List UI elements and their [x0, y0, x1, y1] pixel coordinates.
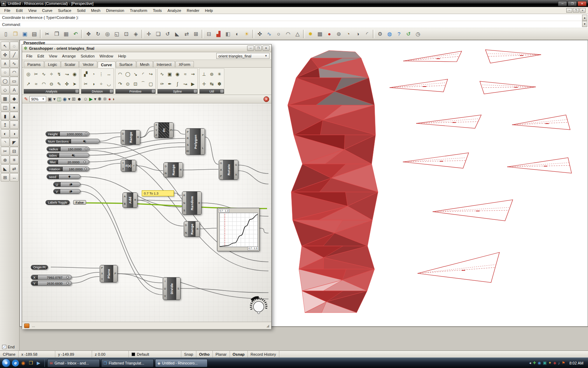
gh-tool-icon[interactable]: ✧	[48, 70, 55, 77]
slider-fillet[interactable]: fillet20.0000	[47, 159, 89, 164]
explode-tool-icon[interactable]: ✳	[10, 156, 19, 164]
tab-vector[interactable]: Vector	[79, 61, 97, 67]
resize-grip-icon[interactable]: ◢	[266, 324, 269, 328]
zoom-fit-icon[interactable]: ▣	[48, 96, 52, 102]
title-bar[interactable]: R Untitled - Rhinoceros (Commercial) - […	[0, 0, 588, 7]
copy-object-icon[interactable]: ❏	[154, 29, 163, 39]
slider-sides[interactable]: sides6◆	[47, 153, 89, 158]
component-random[interactable]: RNSRandomR	[182, 191, 202, 215]
render-vehicle-icon[interactable]: ▟	[214, 29, 223, 39]
tab-xform[interactable]: XForm	[175, 61, 194, 67]
gh-close-button[interactable]: ✕	[262, 46, 270, 51]
copy-icon[interactable]: ❐	[52, 29, 61, 39]
slider-knob[interactable]	[66, 276, 69, 279]
gh-tool-icon[interactable]: ≈	[182, 70, 189, 77]
gh-tool-icon[interactable]: ⇝	[189, 70, 196, 77]
gh-tool-icon[interactable]: ↪	[147, 70, 154, 77]
gh-tool-icon[interactable]: ◠	[40, 80, 47, 87]
network-icon[interactable]: ◉	[538, 361, 541, 365]
sync-icon[interactable]: ▣	[543, 361, 546, 365]
input-port-n[interactable]: N	[165, 172, 167, 175]
tab-params[interactable]: Params	[24, 61, 44, 67]
remote-solver-icon[interactable]	[24, 323, 29, 328]
gh-tool-icon[interactable]: ✳	[216, 70, 223, 77]
output-port-s[interactable]: S	[177, 287, 179, 290]
gh-tool-icon[interactable]: ▞	[82, 70, 89, 77]
gh-tool-icon[interactable]: ∫	[174, 80, 181, 87]
gear-icon[interactable]: ⚙	[376, 29, 385, 39]
slider-seed[interactable]: seed7◆	[47, 174, 80, 179]
rotate-view-icon[interactable]: ↻	[93, 29, 103, 39]
gh-tool-icon[interactable]: ◎	[25, 70, 32, 77]
widget-slider-icon[interactable]: ⊞	[72, 96, 76, 102]
output-port-x[interactable]: X	[235, 173, 237, 176]
boolean-union-icon[interactable]: ◐	[1, 129, 9, 138]
component-add[interactable]: ABAddR	[122, 192, 138, 208]
gh-tool-icon[interactable]: ◜	[140, 70, 147, 77]
doc-close-button[interactable]: ✕	[580, 8, 586, 13]
gh-menu-window[interactable]: Window	[97, 53, 115, 59]
grasshopper-title-bar[interactable]: ❇ Grasshopper - orient triangles_final ─…	[22, 45, 271, 52]
slider-num-sections[interactable]: Num Sections6◆	[46, 139, 100, 144]
close-document-icon[interactable]: ✕	[264, 96, 269, 102]
lasso-icon[interactable]: ◌	[10, 42, 19, 50]
arc-icon[interactable]: ◠	[284, 29, 293, 39]
avatar-dark-icon[interactable]: ☻	[77, 96, 82, 102]
gh-tool-icon[interactable]: ∿	[159, 70, 166, 77]
gh-tool-icon[interactable]: ◔	[90, 70, 97, 77]
input-port-rf[interactable]: Rf	[187, 150, 189, 153]
power-icon[interactable]: ⚑	[562, 361, 565, 365]
rectangle-tool-icon[interactable]: ▭	[10, 77, 19, 85]
component-polygon[interactable]: PRSRfPolygonPL	[186, 128, 205, 155]
output-port-r[interactable]: R	[197, 228, 198, 231]
pan-icon[interactable]: ✥	[84, 29, 93, 39]
task-button-untitled-rhinocero[interactable]: ◆Untitled - Rhinocero...	[155, 359, 208, 367]
menu-help[interactable]: Help	[202, 8, 216, 13]
hidden-icons-icon[interactable]: ◂	[529, 361, 531, 365]
gh-tool-icon[interactable]: ⊥	[201, 70, 208, 77]
component-range[interactable]: DNRangeR	[184, 221, 200, 237]
status-toggle-ortho[interactable]: Ortho	[196, 351, 213, 357]
box-tool-icon[interactable]: ◫	[1, 103, 9, 111]
input-port-s[interactable]: S	[183, 209, 185, 212]
scroll-down-icon[interactable]: ▼	[582, 21, 587, 27]
sun-icon[interactable]: ☀	[242, 29, 251, 39]
sphere-icon[interactable]: ●	[325, 29, 334, 39]
avatar-light-icon[interactable]: ☺	[83, 96, 88, 102]
cylinder-tool-icon[interactable]: ▮	[1, 112, 9, 120]
dimension-tool-icon[interactable]: ↔	[10, 173, 19, 182]
gh-tool-icon[interactable]: ◉	[174, 70, 181, 77]
text-panel[interactable]: 0.7 To 1.3	[142, 190, 174, 196]
shader-icon[interactable]: ◗	[112, 96, 115, 102]
slider-knob[interactable]	[85, 148, 87, 150]
input-port-r[interactable]: R	[183, 194, 185, 197]
tab-logic[interactable]: Logic	[44, 61, 61, 67]
maximize-button[interactable]: ❐	[568, 1, 577, 6]
doc-minimize-button[interactable]: ─	[566, 8, 572, 13]
save-icon[interactable]: ▣	[20, 29, 29, 39]
gh-tool-icon[interactable]: ▶	[189, 80, 196, 87]
status-toggle-planar[interactable]: Planar	[213, 351, 230, 357]
gh-tool-icon[interactable]: ✎	[56, 80, 63, 87]
warning-icon[interactable]: ✦	[548, 361, 552, 365]
slider-rotation[interactable]: rotation180.0000	[47, 166, 89, 171]
new-file-icon[interactable]: ▯	[1, 29, 10, 39]
task-button-gmail-inbox-and[interactable]: ✉Gmail - Inbox - and...	[47, 359, 100, 367]
slider-knob[interactable]	[85, 133, 87, 135]
gh-tool-icon[interactable]: ⊚	[208, 70, 215, 77]
grasshopper-window[interactable]: ❇ Grasshopper - orient triangles_final ─…	[22, 44, 272, 329]
move-icon[interactable]: ✛	[144, 29, 153, 39]
canvas-compass-widget[interactable]	[249, 295, 268, 315]
group-menu-icon[interactable]	[110, 90, 113, 93]
render-icon[interactable]: ◐	[233, 29, 242, 39]
component-rotate[interactable]: GAPRotateGX	[219, 160, 238, 180]
fillet-icon[interactable]: ◜	[363, 29, 372, 39]
scroll-up-icon[interactable]: ▲	[582, 15, 587, 21]
earth-icon[interactable]: ◍	[385, 29, 394, 39]
input-port-p[interactable]: P	[101, 267, 103, 270]
split-tool-icon[interactable]: ⊟	[10, 147, 19, 155]
gh-tool-icon[interactable]: ⊙	[124, 80, 131, 87]
group-label-analysis[interactable]: Analysis	[24, 89, 79, 94]
extrude-tool-icon[interactable]: ↥	[1, 121, 9, 129]
layer-indicator[interactable]: Default	[129, 351, 181, 357]
